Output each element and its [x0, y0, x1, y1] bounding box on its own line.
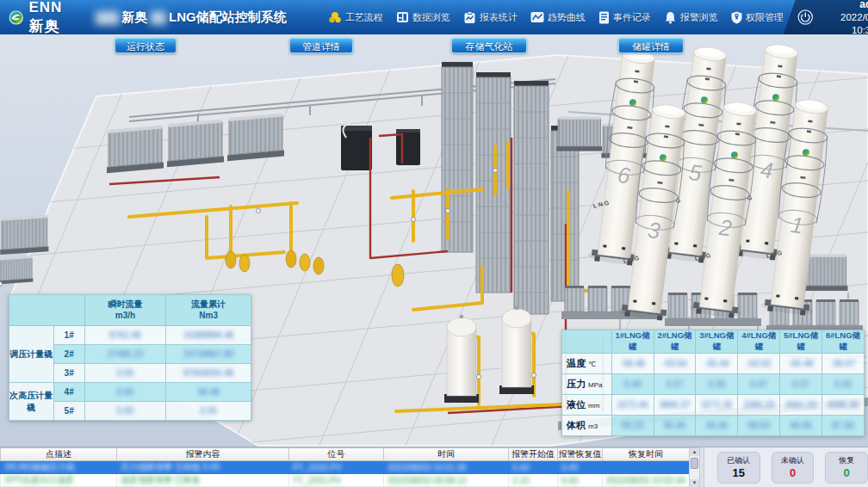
title-redacted-prefix: ███: [96, 11, 120, 24]
recovered-count: 0: [826, 466, 867, 480]
view-button-storage-gasification[interactable]: 存储气化站: [451, 38, 527, 53]
table-row: 温度 ℃ -58.48 -59.64 -55.44 -60.92 -56.48 …: [562, 354, 865, 374]
header-bar: ENN新奥 ███ 新奥 ██ LNG储配站控制系统 工艺流程: [0, 0, 868, 34]
confirmed-label: 已确认: [718, 455, 760, 466]
table-row: 体积 m3 56.23 95.46 49.36 58.63 49.36 87.9…: [562, 416, 865, 436]
scrollbar-thumb[interactable]: [691, 458, 698, 469]
alarm-header: 位号: [289, 448, 384, 461]
recovered-badge: 恢复 0: [825, 452, 868, 484]
unconfirmed-count: 0: [772, 466, 814, 480]
column-header: 2#LNG储罐: [654, 330, 696, 354]
tank-params-table: 1#LNG储罐 2#LNG储罐 3#LNG储罐 4#LNG储罐 5#LNG储罐 …: [561, 330, 865, 436]
menu-label: 报表统计: [480, 11, 518, 24]
table-row: 调压计量橇 1# 8762.48 10388884.48: [9, 326, 251, 345]
flow-metering-table: 瞬时流量m3/h 流量累计Nm3 调压计量橇 1# 8762.48 103888…: [9, 294, 251, 421]
view-button-tank-detail[interactable]: 储罐详情: [618, 38, 684, 53]
alarm-header: 恢复时间: [603, 448, 690, 461]
flow-header: 瞬时流量m3/h: [84, 295, 166, 326]
brand-name: ENN新奥: [28, 0, 70, 36]
menu-trend-curve[interactable]: 趋势曲线: [530, 11, 586, 24]
column-header: 4#LNG储罐: [738, 330, 780, 354]
alarm-header-row: 点描述 报警内容 位号 时间 报警开始值 报警恢复值 恢复时间: [1, 448, 690, 461]
main-menu: 工艺流程 数据浏览 报表统计: [328, 11, 784, 24]
user-info: admin 2022/08/03 10:38:05: [820, 0, 868, 36]
menu-data-browse[interactable]: 数据浏览: [396, 11, 450, 24]
column-header: 5#LNG储罐: [780, 330, 822, 354]
shield-icon: [731, 11, 742, 24]
menu-label: 数据浏览: [412, 11, 450, 24]
alarm-header: 时间: [384, 448, 509, 461]
menu-label: 事件记录: [613, 11, 651, 24]
lng-scada-app: ENN新奥 ███ 新奥 ██ LNG储配站控制系统 工艺流程: [0, 0, 868, 487]
enn-logo-icon: [9, 6, 23, 29]
scroll-up-icon[interactable]: ▲: [690, 448, 699, 456]
menu-label: 权限管理: [746, 11, 784, 24]
menu-label: 工艺流程: [345, 11, 383, 24]
title-company: 新奥: [122, 9, 148, 26]
group-label: 次高压计量橇: [9, 383, 54, 421]
table-row: 液位 mm 3372.49 3806.37 3271.36 3389.29 29…: [562, 395, 865, 416]
alarm-row-selected[interactable]: 3#LNG储罐压力低 压力低限报警 当前值 0.43 PT_3102.PV 20…: [1, 461, 690, 474]
alarm-row[interactable]: 2#气化器出口温度 温度低限报警 已恢复 TT_2201.PV 2022/08/…: [1, 474, 690, 487]
alarm-bar: 点描述 报警内容 位号 时间 报警开始值 报警恢复值 恢复时间 3#LNG储罐压…: [0, 447, 868, 487]
unconfirmed-badge: 未确认 0: [772, 452, 815, 484]
report-stats-icon: [463, 11, 476, 24]
table-row: 压力 MPa 0.49 0.27 0.39 0.47 0.27 0.36: [562, 374, 865, 395]
alarm-header: 报警开始值: [509, 448, 558, 461]
alarm-table: 点描述 报警内容 位号 时间 报警开始值 报警恢复值 恢复时间 3#LNG储罐压…: [0, 447, 690, 487]
flow-table-corner: [9, 295, 85, 326]
recovered-label: 恢复: [826, 455, 867, 466]
alarm-header: 点描述: [1, 448, 117, 461]
title-redacted-mid: ██: [151, 11, 166, 24]
menu-process-flow[interactable]: 工艺流程: [328, 11, 383, 24]
column-header: 1#LNG储罐: [611, 330, 654, 354]
unconfirmed-label: 未确认: [772, 455, 814, 466]
menu-permission[interactable]: 权限管理: [731, 11, 784, 24]
trend-curve-icon: [530, 11, 544, 23]
params-corner: [562, 330, 612, 354]
view-button-run-status[interactable]: 运行状态: [115, 38, 177, 53]
plant-3d-scene: LNG: [0, 34, 868, 447]
menu-label: 报警浏览: [680, 11, 718, 24]
event-record-icon: [598, 11, 610, 24]
brand: ENN新奥: [0, 0, 71, 36]
table-row: 次高压计量橇 4# 0.00 98.48: [9, 383, 251, 402]
group-label: 调压计量橇: [9, 326, 54, 383]
alarm-header: 报警内容: [117, 448, 289, 461]
alarm-summary-panel: 已确认 15 未确认 0 恢复 0: [704, 447, 868, 487]
title-main: LNG储配站控制系统: [169, 9, 287, 26]
datetime: 2022/08/03 10:38:05: [820, 11, 868, 36]
column-header: 6#LNG储罐: [822, 330, 865, 354]
scroll-down-icon[interactable]: ▼: [690, 479, 699, 487]
menu-report-stats[interactable]: 报表统计: [463, 11, 518, 24]
alarm-header: 报警恢复值: [558, 448, 603, 461]
data-browse-icon: [396, 11, 409, 23]
alarm-scrollbar[interactable]: ▲ ▼: [689, 447, 700, 487]
menu-alarm-browse[interactable]: 报警浏览: [664, 11, 718, 24]
column-header: 3#LNG储罐: [696, 330, 738, 354]
menu-event-record[interactable]: 事件记录: [598, 11, 651, 24]
username: admin: [820, 0, 868, 11]
menu-label: 趋势曲线: [548, 11, 586, 24]
power-icon[interactable]: [797, 7, 814, 28]
total-header: 流量累计Nm3: [166, 295, 251, 326]
view-button-pipeline-detail[interactable]: 管道详情: [289, 38, 353, 53]
confirmed-badge: 已确认 15: [717, 452, 760, 484]
page-title: ███ 新奥 ██ LNG储配站控制系统: [93, 9, 287, 26]
process-flow-icon: [328, 11, 342, 24]
user-box: admin 2022/08/03 10:38:05 —: [784, 0, 868, 34]
alarm-bell-icon: [664, 11, 677, 24]
confirmed-count: 15: [718, 466, 760, 480]
